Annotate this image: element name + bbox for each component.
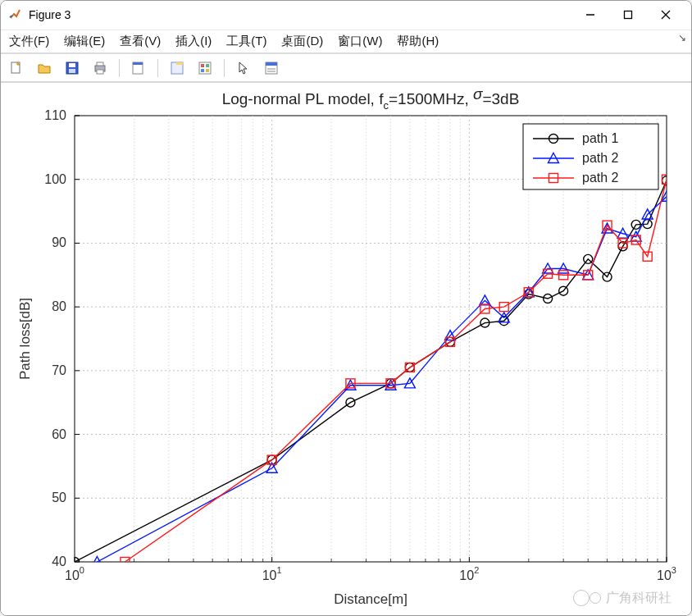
figure-window: Figure 3 文件(F) 编辑(E) 查看(V) 插入(I) 工具(T) 桌… <box>0 0 692 616</box>
svg-rect-18 <box>206 64 209 67</box>
svg-text:Path loss[dB]: Path loss[dB] <box>17 298 33 380</box>
open-file-icon[interactable] <box>34 57 55 79</box>
menu-insert[interactable]: 插入(I) <box>175 34 212 49</box>
menu-view[interactable]: 查看(V) <box>120 34 161 49</box>
legend: path 1path 2path 2 <box>523 124 658 189</box>
svg-text:Log-normal PL model, fc=1500MH: Log-normal PL model, fc=1500MHz, σ=3dB <box>222 85 520 112</box>
menu-desktop[interactable]: 桌面(D) <box>281 34 323 49</box>
menubar: 文件(F) 编辑(E) 查看(V) 插入(I) 工具(T) 桌面(D) 窗口(W… <box>1 30 691 54</box>
svg-text:70: 70 <box>52 363 66 377</box>
svg-text:60: 60 <box>52 427 66 441</box>
svg-text:path 2: path 2 <box>582 151 619 165</box>
svg-rect-22 <box>266 62 277 66</box>
svg-text:102: 102 <box>459 565 479 582</box>
svg-rect-8 <box>69 69 75 73</box>
svg-text:100: 100 <box>44 172 66 186</box>
minimize-button[interactable] <box>571 2 609 28</box>
svg-text:path 1: path 1 <box>582 131 619 145</box>
print-preview-icon[interactable] <box>128 57 149 79</box>
window-title: Figure 3 <box>29 8 71 21</box>
insert-legend-icon[interactable] <box>261 57 282 79</box>
pointer-icon[interactable] <box>233 57 254 79</box>
toolbar <box>1 54 691 83</box>
menu-overflow-icon[interactable]: ↘ <box>678 32 686 43</box>
menu-edit[interactable]: 编辑(E) <box>64 34 105 49</box>
menu-help[interactable]: 帮助(H) <box>397 34 439 49</box>
toolbar-separator <box>119 59 120 77</box>
toolbar-separator <box>224 59 225 77</box>
svg-rect-17 <box>201 64 204 67</box>
svg-text:Distance[m]: Distance[m] <box>334 591 407 607</box>
close-button[interactable] <box>647 2 685 28</box>
svg-rect-13 <box>133 62 143 65</box>
svg-rect-19 <box>201 69 204 72</box>
window-controls <box>571 2 685 28</box>
svg-text:path 2: path 2 <box>582 171 619 185</box>
svg-rect-20 <box>206 69 209 72</box>
menu-window[interactable]: 窗口(W) <box>338 34 382 49</box>
datatip-icon[interactable] <box>166 57 188 79</box>
print-icon[interactable] <box>89 57 111 79</box>
menu-tools[interactable]: 工具(T) <box>226 34 266 49</box>
svg-rect-11 <box>97 70 103 74</box>
svg-text:101: 101 <box>262 565 282 582</box>
maximize-button[interactable] <box>609 2 647 28</box>
svg-text:110: 110 <box>44 108 66 122</box>
svg-text:100: 100 <box>65 565 84 582</box>
svg-rect-7 <box>69 63 75 67</box>
toolbar-separator <box>157 59 158 77</box>
svg-rect-15 <box>176 62 183 65</box>
new-file-icon[interactable] <box>6 57 27 79</box>
figure-axes-area[interactable]: 405060708090100110100101102103Log-normal… <box>1 83 691 615</box>
menu-file[interactable]: 文件(F) <box>9 34 49 49</box>
svg-text:80: 80 <box>52 299 66 313</box>
axes[interactable]: 405060708090100110100101102103Log-normal… <box>1 83 691 615</box>
svg-text:103: 103 <box>657 565 676 582</box>
titlebar: Figure 3 <box>1 1 691 30</box>
svg-rect-1 <box>625 11 632 19</box>
matlab-icon <box>9 8 22 21</box>
svg-text:40: 40 <box>52 554 66 568</box>
svg-text:90: 90 <box>52 235 66 249</box>
svg-rect-10 <box>97 62 103 66</box>
svg-text:50: 50 <box>52 491 66 504</box>
colorbar-icon[interactable] <box>194 57 216 79</box>
save-icon[interactable] <box>61 57 83 79</box>
